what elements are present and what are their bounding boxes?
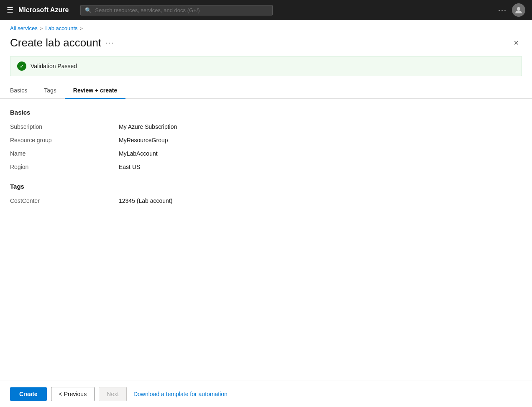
previous-button[interactable]: < Previous bbox=[51, 387, 95, 401]
name-label: Name bbox=[10, 149, 119, 158]
nav-more-icon[interactable]: ··· bbox=[498, 6, 507, 15]
breadcrumb-all-services[interactable]: All services bbox=[10, 25, 38, 31]
name-value: MyLabAccount bbox=[119, 149, 522, 158]
validation-text: Validation Passed bbox=[31, 63, 77, 69]
tabs: Basics Tags Review + create bbox=[0, 83, 532, 99]
subscription-label: Subscription bbox=[10, 123, 119, 131]
page-header-dots[interactable]: ··· bbox=[105, 38, 114, 47]
close-button[interactable]: × bbox=[510, 36, 522, 49]
hamburger-icon[interactable]: ☰ bbox=[7, 5, 13, 15]
main-area: All services > Lab accounts > Create lab… bbox=[0, 20, 532, 407]
region-label: Region bbox=[10, 163, 119, 171]
svg-point-0 bbox=[517, 7, 520, 10]
resource-group-value: MyResourceGroup bbox=[119, 136, 522, 144]
page-title: Create lab account bbox=[10, 36, 101, 49]
tags-section-title: Tags bbox=[10, 183, 522, 190]
breadcrumb-sep-1: > bbox=[40, 26, 43, 31]
search-input[interactable] bbox=[95, 7, 268, 13]
footer: Create < Previous Next Download a templa… bbox=[0, 381, 532, 407]
tab-review-create[interactable]: Review + create bbox=[65, 83, 125, 99]
create-button[interactable]: Create bbox=[10, 387, 47, 401]
costcenter-label: CostCenter bbox=[10, 197, 119, 205]
tab-basics[interactable]: Basics bbox=[10, 83, 36, 99]
avatar[interactable] bbox=[512, 3, 525, 17]
search-bar[interactable]: 🔍 bbox=[80, 5, 273, 15]
brand-name: Microsoft Azure bbox=[18, 6, 69, 14]
breadcrumb-lab-accounts[interactable]: Lab accounts bbox=[45, 25, 77, 31]
breadcrumb-sep-2: > bbox=[80, 26, 83, 31]
content-area: Basics Subscription My Azure Subscriptio… bbox=[0, 109, 532, 205]
search-icon: 🔍 bbox=[85, 7, 92, 13]
validation-banner: ✓ Validation Passed bbox=[10, 56, 522, 76]
subscription-value: My Azure Subscription bbox=[119, 123, 522, 131]
breadcrumb: All services > Lab accounts > bbox=[0, 20, 532, 31]
automation-link[interactable]: Download a template for automation bbox=[133, 391, 228, 397]
validation-icon: ✓ bbox=[17, 61, 26, 71]
top-navigation: ☰ Microsoft Azure 🔍 ··· bbox=[0, 0, 532, 20]
page-header: Create lab account ··· × bbox=[0, 31, 532, 56]
resource-group-label: Resource group bbox=[10, 136, 119, 144]
tags-fields: CostCenter 12345 (Lab account) bbox=[10, 197, 522, 205]
tab-tags[interactable]: Tags bbox=[36, 83, 65, 99]
basics-fields: Subscription My Azure Subscription Resou… bbox=[10, 123, 522, 171]
costcenter-value: 12345 (Lab account) bbox=[119, 197, 522, 205]
region-value: East US bbox=[119, 163, 522, 171]
next-button: Next bbox=[99, 387, 127, 401]
basics-section-title: Basics bbox=[10, 109, 522, 116]
